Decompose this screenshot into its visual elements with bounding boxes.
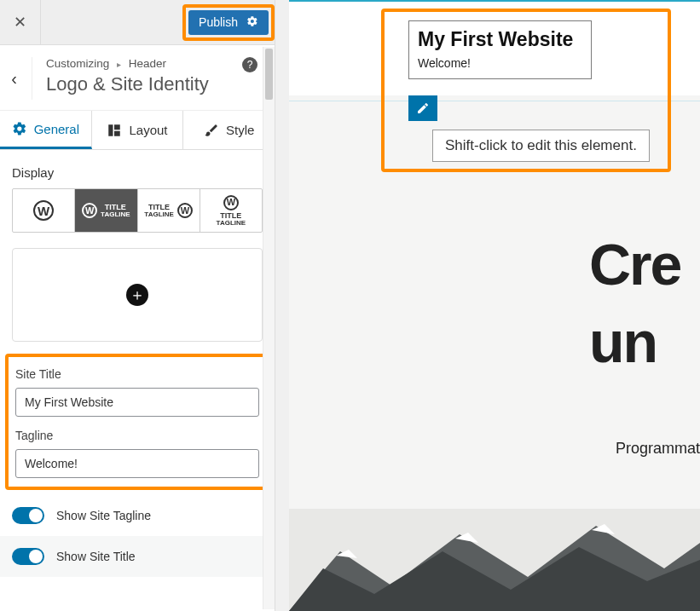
display-option-logo-only[interactable]: W <box>13 189 75 232</box>
show-tagline-toggle[interactable] <box>12 507 44 524</box>
customizer-topbar: ✕ Publish <box>0 0 275 45</box>
edit-tooltip: Shift-click to edit this element. <box>432 130 650 162</box>
breadcrumb-root[interactable]: Customizing <box>46 57 109 70</box>
show-tagline-label: Show Site Tagline <box>56 509 151 522</box>
preview-site-identity[interactable]: My First Website Welcome! <box>408 20 592 79</box>
section-title: Logo & Site Identity <box>46 73 209 95</box>
customizer-sidebar: ✕ Publish ‹ Customizing ▸ Header Logo & … <box>0 0 275 611</box>
site-title-label: Site Title <box>15 367 259 381</box>
close-button[interactable]: ✕ <box>0 0 41 45</box>
tab-layout[interactable]: Layout <box>92 111 184 149</box>
plus-icon: ＋ <box>126 284 148 306</box>
display-option-title-logo-row[interactable]: TITLETAGLINE W <box>138 189 200 232</box>
wordpress-logo-icon: W <box>177 203 193 218</box>
display-label: Display <box>12 165 263 180</box>
tab-label: Layout <box>129 123 167 137</box>
svg-rect-1 <box>114 124 120 130</box>
tabs: General Layout Style <box>0 111 275 150</box>
tab-label: General <box>34 122 79 136</box>
hero-line-2: un <box>589 309 657 374</box>
title-tagline-form-highlight: Site Title Tagline <box>5 354 269 490</box>
preview-hero-sub: Programmat <box>616 440 700 458</box>
display-option-text: TITLETAGLINE <box>101 204 130 218</box>
display-option-logo-title-row[interactable]: W TITLETAGLINE <box>75 189 137 232</box>
site-preview[interactable]: My First Website Welcome! Shift-click to… <box>289 0 700 611</box>
sidebar-scrollbar[interactable] <box>263 47 275 609</box>
breadcrumb: ‹ Customizing ▸ Header Logo & Site Ident… <box>0 45 275 111</box>
help-icon[interactable]: ? <box>242 57 257 72</box>
svg-rect-2 <box>114 130 120 135</box>
display-option-text: TITLETAGLINE <box>144 204 174 218</box>
pencil-icon <box>416 101 430 115</box>
show-title-toggle[interactable] <box>12 548 44 565</box>
preview-tagline: Welcome! <box>418 56 582 70</box>
tagline-label: Tagline <box>15 429 259 442</box>
wordpress-logo-icon: W <box>33 200 54 221</box>
display-option-text: TITLETAGLINE <box>217 212 246 227</box>
brush-icon <box>204 123 219 138</box>
tagline-input[interactable] <box>15 449 259 478</box>
site-title-input[interactable] <box>15 388 259 417</box>
preview-site-title: My First Website <box>418 28 582 51</box>
publish-label: Publish <box>199 15 238 29</box>
panel-body: Display W W TITLETAGLINE TITLETAGLINE W <box>0 150 275 608</box>
gear-icon <box>12 121 27 136</box>
svg-rect-0 <box>109 124 113 136</box>
edit-element-button[interactable] <box>408 95 437 121</box>
display-option-logo-title-stack[interactable]: W TITLETAGLINE <box>200 189 262 232</box>
display-options: W W TITLETAGLINE TITLETAGLINE W <box>12 188 263 233</box>
breadcrumb-separator-icon: ▸ <box>117 60 121 69</box>
add-logo-button[interactable]: ＋ <box>12 248 263 342</box>
wordpress-logo-icon: W <box>223 195 239 210</box>
breadcrumb-path: Customizing ▸ Header <box>46 57 209 70</box>
tab-label: Style <box>226 123 254 137</box>
show-title-label: Show Site Title <box>56 550 136 563</box>
show-tagline-row: Show Site Tagline <box>0 495 275 536</box>
hero-line-1: Cre <box>589 232 680 297</box>
chevron-left-icon: ‹ <box>11 69 17 89</box>
publish-button[interactable]: Publish <box>188 10 269 35</box>
breadcrumb-parent[interactable]: Header <box>129 57 166 70</box>
close-icon: ✕ <box>14 13 26 32</box>
back-button[interactable]: ‹ <box>12 57 32 100</box>
show-title-row: Show Site Title <box>0 536 275 577</box>
tab-style[interactable]: Style <box>183 111 275 149</box>
tab-general[interactable]: General <box>0 111 92 149</box>
gear-icon[interactable] <box>246 15 258 30</box>
preview-hero-image <box>289 509 700 611</box>
wordpress-logo-icon: W <box>82 203 97 218</box>
preview-hero-heading: Cre un <box>589 234 700 373</box>
layout-icon <box>107 123 122 138</box>
